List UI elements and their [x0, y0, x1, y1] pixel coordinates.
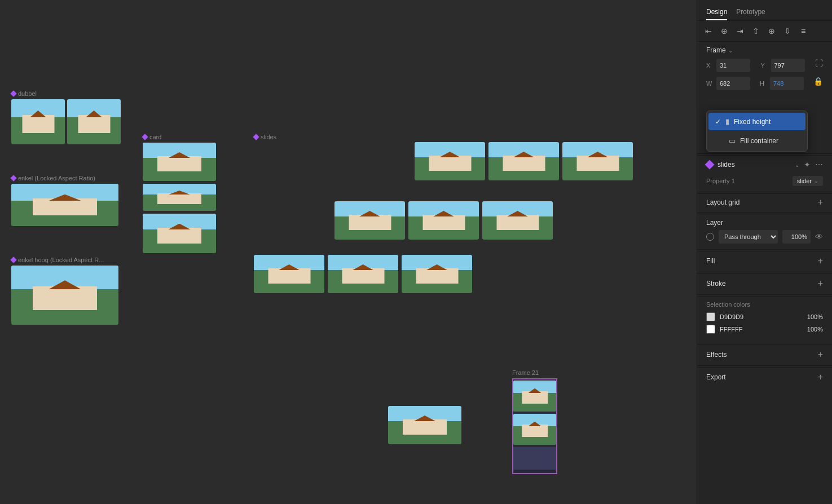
component-more-icon[interactable]: ⋯ [815, 160, 823, 169]
export-section: Export + [697, 367, 832, 387]
h-field: H [760, 77, 809, 90]
h-input[interactable] [770, 77, 804, 90]
tab-design[interactable]: Design [706, 5, 727, 20]
w-label: W [706, 80, 714, 87]
layout-grid-label: Layout grid [706, 198, 739, 206]
effects-section: Effects + [697, 344, 832, 364]
item-label-dubbel: dubbel [11, 90, 121, 97]
item-label-slides: slides [254, 134, 276, 140]
canvas-item-card[interactable]: card [143, 134, 216, 253]
blend-mode-select[interactable]: Pass through [719, 230, 778, 244]
align-top-btn[interactable]: ⇧ [749, 24, 763, 38]
property1-value[interactable]: slider ⌄ [793, 176, 823, 186]
stroke-add-btn[interactable]: + [818, 278, 823, 289]
canvas-item-lone[interactable] [388, 406, 461, 444]
tab-prototype[interactable]: Prototype [736, 5, 765, 20]
fixed-height-option[interactable]: ✓ ▮ Fixed height [708, 113, 805, 130]
prop1-chevron-icon: ⌄ [814, 178, 818, 184]
divider-4 [697, 249, 832, 250]
canvas-item-enkel[interactable]: enkel (Locked Aspect Ratio) [11, 175, 118, 226]
property1-row: Property 1 slider ⌄ [697, 174, 832, 191]
x-field: X [706, 59, 756, 72]
x-input[interactable] [716, 59, 750, 72]
fill-container-option[interactable]: ▭ Fill container [708, 132, 805, 149]
stroke-label: Stroke [706, 280, 726, 288]
slide-img-4 [334, 201, 405, 240]
resize-icon[interactable]: ⛶ [815, 59, 823, 72]
selection-colors-section: Selection colors D9D9D9 100% FFFFFF 100% [697, 296, 832, 342]
slide-img-1 [415, 142, 485, 180]
slide-img-7 [254, 255, 324, 293]
color-swatch-1[interactable] [706, 312, 715, 321]
check-icon: ✓ [715, 118, 721, 126]
align-left-btn[interactable]: ⇤ [702, 24, 715, 38]
canvas[interactable]: dubbel enkel (Locked Aspect Ratio) enkel… [0, 0, 697, 504]
h-label: H [760, 80, 768, 87]
color-opacity-1: 100% [807, 313, 823, 320]
component-diamond-icon [705, 160, 715, 170]
fill-section: Fill + [697, 251, 832, 271]
distribute-btn[interactable]: ≡ [796, 24, 810, 38]
y-field: Y [761, 59, 811, 72]
card-img-2 [143, 184, 216, 211]
divider-5 [697, 272, 832, 272]
house-image-hoog [11, 266, 118, 325]
diamond-icon-2 [10, 175, 16, 181]
frame21-container [512, 378, 557, 474]
layout-grid-section: Layout grid + [697, 193, 832, 211]
wh-row: W H 🔒 [697, 74, 832, 92]
canvas-item-slides[interactable]: slides [254, 134, 276, 143]
canvas-item-dubbel[interactable]: dubbel [11, 90, 121, 144]
w-input[interactable] [716, 77, 750, 90]
opacity-input[interactable] [782, 230, 811, 244]
slides-row2 [334, 201, 553, 240]
component-settings-icon[interactable]: ✦ [804, 160, 811, 169]
layout-grid-add-btn[interactable]: + [818, 197, 823, 207]
panel-tabs: Design Prototype [697, 0, 832, 21]
divider-7 [697, 343, 832, 343]
fill-container-label: Fill container [740, 137, 778, 145]
selection-colors-label: Selection colors [706, 301, 823, 308]
color-row-2: FFFFFF 100% [706, 325, 823, 334]
divider-1 [697, 153, 832, 154]
export-add-btn[interactable]: + [818, 372, 823, 382]
canvas-item-enkel-hoog[interactable]: enkel hoog (Locked Aspect R... [11, 257, 118, 325]
visibility-toggle-icon[interactable]: 👁 [815, 232, 823, 241]
frame21-img1 [513, 381, 556, 412]
lock-ratio-icon[interactable]: 🔒 [813, 77, 823, 90]
item-label-frame21: Frame 21 [512, 369, 557, 376]
house-image-2 [67, 99, 121, 144]
xy-row: X Y ⛶ [697, 56, 832, 74]
effects-add-btn[interactable]: + [818, 350, 823, 360]
color-row-1: D9D9D9 100% [706, 312, 823, 321]
height-dropdown-popup: ✓ ▮ Fixed height ▭ Fill container [706, 110, 808, 152]
color-opacity-2: 100% [807, 326, 823, 333]
canvas-item-frame21[interactable]: Frame 21 [512, 369, 557, 474]
diamond-icon-slides [253, 134, 259, 140]
slide-img-5 [408, 201, 479, 240]
card-img-3 [143, 214, 216, 253]
divider-2 [697, 192, 832, 192]
slides-row1 [415, 142, 633, 180]
component-row: slides ⌄ ✦ ⋯ [697, 155, 832, 174]
item-label-enkel-hoog: enkel hoog (Locked Aspect R... [11, 257, 118, 263]
component-chevron-icon[interactable]: ⌄ [795, 162, 799, 168]
align-center-v-btn[interactable]: ⊕ [765, 24, 778, 38]
house-image-enkel [11, 184, 118, 226]
color-hex-2: FFFFFF [720, 326, 803, 333]
export-label: Export [706, 373, 726, 381]
blend-mode-icon [706, 233, 714, 241]
align-center-h-btn[interactable]: ⊕ [717, 24, 731, 38]
frame-label: Frame [706, 46, 726, 54]
frame21-img2 [513, 414, 556, 445]
slide-img-6 [482, 201, 553, 240]
align-right-btn[interactable]: ⇥ [733, 24, 747, 38]
align-bottom-btn[interactable]: ⇩ [781, 24, 794, 38]
slide-img-3 [562, 142, 633, 180]
color-swatch-2[interactable] [706, 325, 715, 334]
align-toolbar: ⇤ ⊕ ⇥ ⇧ ⊕ ⇩ ≡ [697, 21, 832, 42]
divider-6 [697, 294, 832, 295]
y-input[interactable] [771, 59, 805, 72]
fill-add-btn[interactable]: + [818, 256, 823, 266]
w-field: W [706, 77, 755, 90]
